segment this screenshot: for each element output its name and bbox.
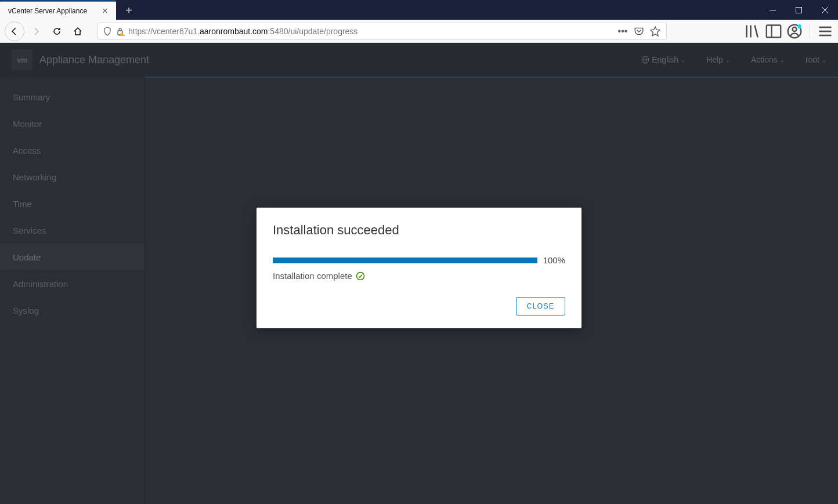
new-tab-button[interactable]: +: [120, 1, 138, 20]
svg-point-12: [793, 27, 797, 31]
window-minimize-button[interactable]: [760, 0, 786, 20]
tab-close-icon[interactable]: ×: [100, 6, 110, 16]
url-text: https://vcenter67u1.aaronrombaut.com:548…: [128, 27, 617, 36]
progress-bar: [273, 258, 537, 263]
app-menu-icon[interactable]: [817, 23, 833, 39]
tracking-protection-icon[interactable]: [103, 27, 112, 36]
installation-modal: Installation succeeded 100% Installation…: [257, 208, 581, 328]
status-text: Installation complete: [273, 271, 352, 281]
reload-button[interactable]: [48, 22, 66, 41]
url-bar[interactable]: https://vcenter67u1.aaronrombaut.com:548…: [97, 23, 667, 40]
page-actions-icon[interactable]: •••: [617, 26, 628, 37]
modal-title: Installation succeeded: [273, 223, 565, 238]
svg-marker-5: [119, 32, 125, 36]
sidebar-toggle-icon[interactable]: [765, 23, 782, 39]
forward-button[interactable]: [27, 22, 45, 41]
tab-title: vCenter Server Appliance: [8, 7, 100, 15]
app-root: vm Appliance Management English⌄ Help⌄ A…: [0, 43, 838, 504]
svg-rect-1: [796, 7, 802, 13]
back-button[interactable]: [5, 21, 24, 41]
account-icon[interactable]: [786, 23, 803, 39]
bookmark-star-icon[interactable]: [650, 26, 660, 37]
window-close-button[interactable]: [812, 0, 838, 20]
success-check-icon: [356, 271, 365, 281]
pocket-icon[interactable]: [634, 26, 644, 37]
tab-strip: vCenter Server Appliance × +: [0, 0, 138, 20]
window-maximize-button[interactable]: [786, 0, 812, 20]
browser-tab[interactable]: vCenter Server Appliance ×: [0, 1, 116, 20]
progress-percentage: 100%: [543, 255, 565, 265]
nav-toolbar: https://vcenter67u1.aaronrombaut.com:548…: [0, 20, 838, 43]
close-button[interactable]: CLOSE: [516, 297, 565, 316]
svg-line-8: [755, 25, 758, 37]
modal-overlay: Installation succeeded 100% Installation…: [0, 43, 838, 504]
svg-point-19: [356, 272, 364, 280]
lock-warning-icon[interactable]: [115, 27, 125, 36]
library-icon[interactable]: [745, 23, 761, 39]
home-button[interactable]: [68, 22, 87, 41]
svg-rect-9: [767, 25, 781, 37]
